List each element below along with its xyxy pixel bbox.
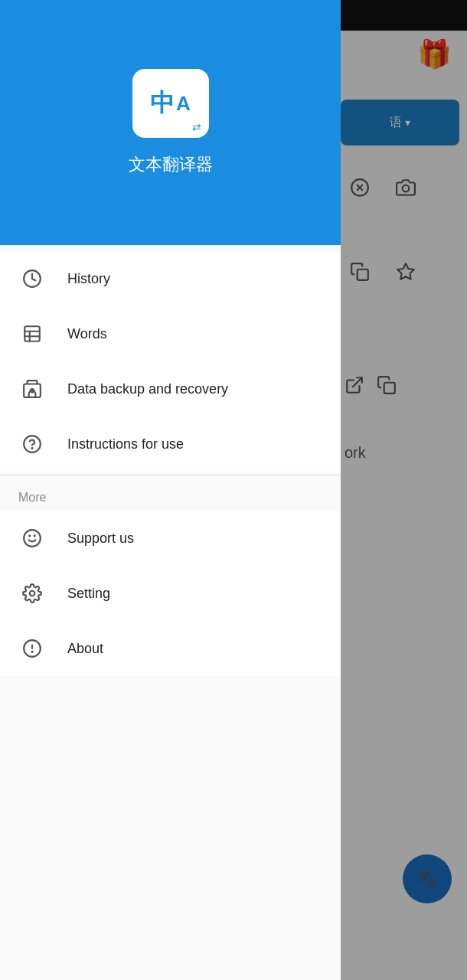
drawer-header: 中 A ⇄ 文本翻译器 bbox=[0, 0, 341, 245]
menu-item-support[interactable]: Support us bbox=[0, 511, 341, 566]
drawer-menu: History Words Data backup and recovery bbox=[0, 245, 341, 980]
instructions-label: Instructions for use bbox=[67, 436, 184, 452]
svg-rect-9 bbox=[24, 326, 40, 341]
menu-item-backup[interactable]: Data backup and recovery bbox=[0, 361, 341, 416]
app-title: 文本翻译器 bbox=[129, 153, 213, 176]
menu-item-about[interactable]: About bbox=[0, 621, 341, 676]
app-icon-inner: 中 A bbox=[150, 87, 191, 120]
smile-icon bbox=[18, 524, 46, 552]
about-label: About bbox=[67, 641, 103, 657]
list-icon bbox=[18, 320, 46, 348]
save-icon bbox=[18, 375, 46, 403]
svg-point-17 bbox=[24, 530, 41, 547]
info-icon bbox=[18, 635, 46, 662]
navigation-drawer: 中 A ⇄ 文本翻译器 History Words bbox=[0, 0, 341, 980]
menu-divider bbox=[0, 475, 341, 475]
words-label: Words bbox=[67, 326, 107, 342]
menu-item-words[interactable]: Words bbox=[0, 306, 341, 361]
history-label: History bbox=[67, 271, 110, 287]
backup-label: Data backup and recovery bbox=[67, 381, 228, 397]
svg-point-20 bbox=[30, 591, 35, 596]
menu-item-setting[interactable]: Setting bbox=[0, 566, 341, 621]
menu-item-instructions[interactable]: Instructions for use bbox=[0, 416, 341, 472]
menu-item-history[interactable]: History bbox=[0, 251, 341, 306]
app-icon: 中 A ⇄ bbox=[132, 69, 209, 138]
clock-icon bbox=[18, 265, 46, 292]
help-circle-icon bbox=[18, 430, 46, 458]
arrows-icon: ⇄ bbox=[192, 121, 201, 133]
section-more: More bbox=[0, 479, 341, 511]
settings-icon bbox=[18, 580, 46, 607]
support-label: Support us bbox=[67, 531, 134, 547]
setting-label: Setting bbox=[67, 586, 110, 602]
english-char: A bbox=[176, 92, 191, 116]
chinese-char: 中 bbox=[150, 87, 175, 120]
